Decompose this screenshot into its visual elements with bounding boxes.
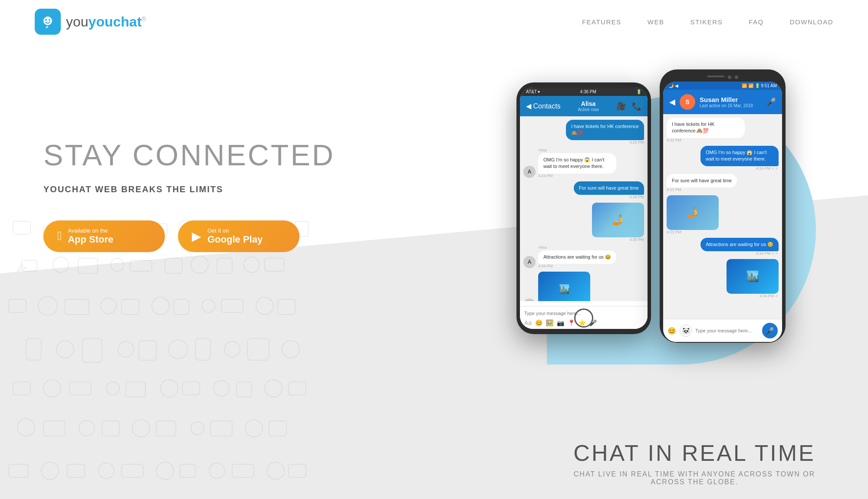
ios-chat-header: ◀ Contacts Alisa Active now 🎥 📞 xyxy=(520,96,648,116)
header: youyouchat® FEATURES WEB STIKERS FAQ DOW… xyxy=(0,0,868,43)
google-play-button[interactable]: ▶ Get it on Google Play xyxy=(178,220,299,252)
svg-rect-31 xyxy=(174,299,189,315)
main-nav: FEATURES WEB STIKERS FAQ DOWNLOAD xyxy=(582,18,833,26)
svg-point-47 xyxy=(43,380,61,397)
svg-rect-62 xyxy=(156,421,176,436)
svg-point-65 xyxy=(245,420,263,437)
svg-rect-33 xyxy=(221,299,243,312)
svg-point-37 xyxy=(56,341,74,358)
sticker-avatar: 🐼 xyxy=(680,325,692,337)
svg-rect-54 xyxy=(237,382,252,397)
font-icon[interactable]: Aa xyxy=(524,319,532,326)
svg-rect-36 xyxy=(26,338,41,360)
android-contact-name: Susan Miller xyxy=(700,96,753,103)
android-mic-icon[interactable]: 🎤 xyxy=(766,97,776,107)
svg-point-51 xyxy=(161,380,178,397)
phone-android-mockup: 🌙 ◀ 📶 📶 🔋 9:51 AM ◀ S Susan Miller Last … xyxy=(660,69,786,343)
avatar-alisa-3: A xyxy=(523,299,536,301)
android-msg-2: OMG I'm so happy 😱 I can't wait to meet … xyxy=(667,146,779,171)
play-icon: ▶ xyxy=(192,229,201,243)
video-icon[interactable]: 🎥 xyxy=(616,102,626,111)
android-avatar: S xyxy=(680,94,695,110)
avatar-alisa-2: A xyxy=(523,256,536,268)
nav-features[interactable]: FEATURES xyxy=(582,18,621,26)
android-icons-left: 🌙 ◀ xyxy=(668,83,678,88)
svg-rect-27 xyxy=(65,299,89,315)
svg-point-61 xyxy=(132,420,150,437)
svg-rect-29 xyxy=(122,299,139,315)
nav-web[interactable]: WEB xyxy=(648,18,664,26)
time-text: 4:36 PM xyxy=(580,89,596,94)
carrier-text: AT&T ▾ xyxy=(526,89,540,94)
app-store-button[interactable]:  Available on the App Store xyxy=(43,220,165,252)
message-1: I have tickets for HK conference 🙈💯 4:22… xyxy=(523,120,644,144)
svg-rect-52 xyxy=(182,382,200,395)
phone-screen-android: 🌙 ◀ 📶 📶 🔋 9:51 AM ◀ S Susan Miller Last … xyxy=(663,82,782,342)
bottom-title: CHAT IN REAL TIME xyxy=(564,440,825,466)
svg-point-2 xyxy=(49,19,50,21)
svg-rect-3 xyxy=(13,221,30,234)
app-store-small-text: Available on the xyxy=(68,227,113,234)
android-input-bar: 😊 🐼 🎤 xyxy=(663,319,782,342)
google-play-small-text: Get it on xyxy=(207,227,263,234)
svg-point-59 xyxy=(79,420,95,436)
phone-frame-ios: AT&T ▾ 4:36 PM 🔋 ◀ Contacts Alisa Active… xyxy=(516,82,651,334)
emoji-button[interactable]: 😊 xyxy=(667,327,676,335)
svg-rect-64 xyxy=(210,421,232,436)
svg-rect-48 xyxy=(69,382,91,395)
nav-stikers[interactable]: STIKERS xyxy=(690,18,723,26)
svg-rect-69 xyxy=(67,464,85,477)
phone-ios-mockup: AT&T ▾ 4:36 PM 🔋 ◀ Contacts Alisa Active… xyxy=(516,82,651,334)
svg-point-28 xyxy=(101,298,116,314)
svg-rect-35 xyxy=(278,299,295,315)
android-message-input[interactable] xyxy=(695,328,759,333)
android-chat-header: ◀ S Susan Miller Last active on 16 Mar, … xyxy=(663,90,782,114)
svg-point-39 xyxy=(118,341,134,357)
logo-icon xyxy=(35,9,61,35)
svg-rect-50 xyxy=(126,382,145,397)
image-icon[interactable]: 🖼️ xyxy=(546,319,553,326)
svg-rect-22 xyxy=(217,258,232,273)
call-icon[interactable]: 📞 xyxy=(632,102,641,111)
svg-point-32 xyxy=(202,299,215,312)
message-4-img: 🤳 4:30 PM xyxy=(523,203,644,242)
emoji-icon[interactable]: 😊 xyxy=(535,319,542,326)
message-3: For sure will have great time 4:29 PM xyxy=(523,181,644,199)
svg-point-55 xyxy=(265,380,282,397)
svg-rect-24 xyxy=(265,258,284,271)
sensor xyxy=(735,76,738,79)
phone-frame-android: 🌙 ◀ 📶 📶 🔋 9:51 AM ◀ S Susan Miller Last … xyxy=(660,69,786,343)
svg-rect-75 xyxy=(232,464,254,477)
contact-name-ios: Alisa xyxy=(578,100,598,107)
android-chat-body: I have tickets for HK conference.🙈💯 4:22… xyxy=(663,114,782,320)
android-msg-6-img: 🏙️ 4:34 PM ✓ xyxy=(667,259,779,298)
send-mic-button[interactable]: 🎤 xyxy=(762,323,778,338)
svg-rect-67 xyxy=(9,464,28,477)
svg-point-18 xyxy=(111,258,124,271)
svg-point-72 xyxy=(156,462,174,479)
svg-rect-46 xyxy=(13,382,30,395)
message-6-img: A 🏙️ 4:35 PM xyxy=(523,272,644,301)
svg-rect-73 xyxy=(180,464,195,477)
svg-point-49 xyxy=(106,382,119,395)
svg-rect-71 xyxy=(122,464,143,477)
apple-icon:  xyxy=(57,229,62,243)
camera-icon[interactable]: 📷 xyxy=(557,319,564,326)
hero-section: STAY CONNECTED YOUCHAT WEB BREAKS THE LI… xyxy=(0,43,868,499)
svg-point-74 xyxy=(209,463,225,479)
svg-point-16 xyxy=(53,257,69,272)
svg-rect-20 xyxy=(165,258,182,273)
svg-point-68 xyxy=(41,462,59,479)
back-arrow[interactable]: ◀ Contacts xyxy=(526,102,561,110)
speaker xyxy=(707,76,724,77)
svg-point-0 xyxy=(43,16,52,25)
bottom-section: CHAT IN REAL TIME CHAT LIVE IN REAL TIME… xyxy=(564,440,825,499)
logo-area: youyouchat® xyxy=(35,9,146,35)
nav-faq[interactable]: FAQ xyxy=(749,18,764,26)
contact-status-ios: Active now xyxy=(578,107,598,112)
location-icon[interactable]: 📍 xyxy=(568,319,575,326)
android-back-icon[interactable]: ◀ xyxy=(669,97,675,107)
hero-subtitle: YOUCHAT WEB BREAKS THE LIMITS xyxy=(43,184,335,194)
nav-download[interactable]: DOWNLOAD xyxy=(790,18,833,26)
ios-home-button[interactable] xyxy=(574,309,593,328)
